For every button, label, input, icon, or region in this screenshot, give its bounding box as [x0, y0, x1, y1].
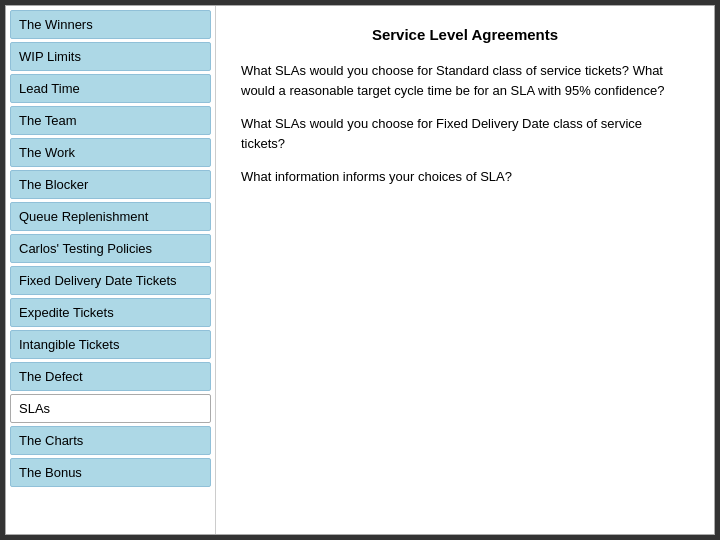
- main-paragraph-0: What SLAs would you choose for Standard …: [241, 61, 689, 100]
- main-paragraph-1: What SLAs would you choose for Fixed Del…: [241, 114, 689, 153]
- sidebar-item-the-bonus[interactable]: The Bonus: [10, 458, 211, 487]
- main-title: Service Level Agreements: [241, 26, 689, 43]
- sidebar-item-the-work[interactable]: The Work: [10, 138, 211, 167]
- sidebar-item-fixed-delivery-date-tickets[interactable]: Fixed Delivery Date Tickets: [10, 266, 211, 295]
- sidebar-item-intangible-tickets[interactable]: Intangible Tickets: [10, 330, 211, 359]
- sidebar-item-carlos-testing-policies[interactable]: Carlos' Testing Policies: [10, 234, 211, 263]
- sidebar-item-the-charts[interactable]: The Charts: [10, 426, 211, 455]
- sidebar-item-the-blocker[interactable]: The Blocker: [10, 170, 211, 199]
- main-paragraph-2: What information informs your choices of…: [241, 167, 689, 187]
- sidebar: The WinnersWIP LimitsLead TimeThe TeamTh…: [6, 6, 216, 534]
- sidebar-item-slas[interactable]: SLAs: [10, 394, 211, 423]
- app-container: The WinnersWIP LimitsLead TimeThe TeamTh…: [5, 5, 715, 535]
- sidebar-item-lead-time[interactable]: Lead Time: [10, 74, 211, 103]
- sidebar-item-wip-limits[interactable]: WIP Limits: [10, 42, 211, 71]
- sidebar-item-expedite-tickets[interactable]: Expedite Tickets: [10, 298, 211, 327]
- sidebar-item-the-team[interactable]: The Team: [10, 106, 211, 135]
- main-body: What SLAs would you choose for Standard …: [241, 61, 689, 187]
- main-content: Service Level Agreements What SLAs would…: [216, 6, 714, 534]
- sidebar-item-the-winners[interactable]: The Winners: [10, 10, 211, 39]
- sidebar-item-queue-replenishment[interactable]: Queue Replenishment: [10, 202, 211, 231]
- sidebar-item-the-defect[interactable]: The Defect: [10, 362, 211, 391]
